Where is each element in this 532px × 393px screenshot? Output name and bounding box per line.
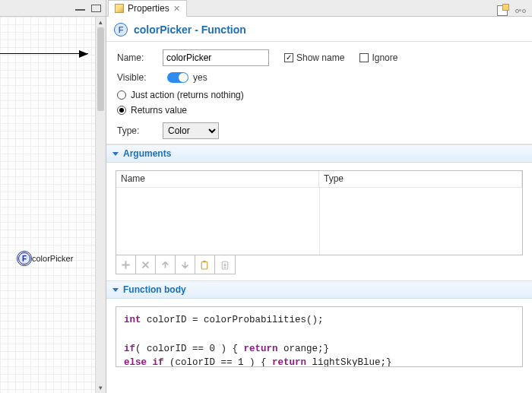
scroll-up-icon[interactable]: ▴ [96,17,106,27]
maximize-icon[interactable] [91,5,101,12]
returns-value-radio[interactable]: Returns value [117,103,521,118]
radio-label: Just action (returns nothing) [131,90,244,100]
checkbox-label: Show name [296,52,344,63]
function-icon: F [114,23,128,36]
type-select[interactable]: Color [163,122,219,139]
show-name-checkbox[interactable]: ✓ Show name [284,52,344,63]
function-node[interactable]: F colorPicker [18,252,73,265]
add-button[interactable] [116,255,136,274]
view-menu-icon[interactable] [515,5,526,16]
checkbox-label: Ignore [372,52,397,63]
editor-scrollbar[interactable]: ▴ ▾ [95,17,106,393]
checkbox-icon [359,53,369,62]
minimize-icon[interactable] [75,5,85,12]
scroll-thumb[interactable] [97,27,104,111]
connector-line [0,53,88,54]
svg-rect-1 [203,261,205,262]
arguments-toolbar [116,255,236,274]
checkbox-icon: ✓ [284,53,293,62]
visible-label: Visible: [117,72,163,83]
tab-properties[interactable]: Properties ✕ [108,0,187,17]
visible-toggle[interactable] [167,72,188,83]
name-input[interactable] [163,49,269,66]
remove-button[interactable] [136,255,156,274]
scroll-down-icon[interactable]: ▾ [96,382,106,393]
arguments-header[interactable]: Arguments [106,145,532,163]
function-body-section: Function body int colorID = colorProbabi… [106,280,532,367]
move-up-button[interactable] [156,255,176,274]
visible-value: yes [193,72,207,83]
arguments-table[interactable]: Name Type [116,170,523,255]
properties-icon [115,4,124,13]
col-name-header: Name [116,171,319,188]
function-icon: F [18,252,30,265]
arrow-icon [79,50,88,58]
ignore-checkbox[interactable]: Ignore [359,52,397,63]
close-icon[interactable]: ✕ [173,4,180,14]
general-form: Name: ✓ Show name Ignore Visible: yes Ju… [106,42,532,144]
editor-canvas[interactable]: F colorPicker [0,17,95,393]
just-action-radio[interactable]: Just action (returns nothing) [117,87,521,103]
move-down-button[interactable] [176,255,195,274]
twistie-icon [112,152,119,156]
type-label: Type: [117,125,163,136]
down-icon [180,260,190,270]
grid-background [0,17,95,393]
function-node-label: colorPicker [32,254,73,263]
radio-icon [117,90,126,100]
editor-toolbar [0,0,106,17]
col-type-header: Type [319,171,522,188]
code-editor[interactable]: int colorID = colorProbabilities(); if( … [116,306,523,367]
section-title: Arguments [123,148,171,159]
editor-panel: F colorPicker ▴ ▾ [0,0,106,393]
table-body[interactable] [116,188,522,255]
plus-icon [121,260,131,270]
svg-rect-2 [222,261,228,269]
svg-rect-0 [201,261,207,269]
twistie-icon [112,288,119,292]
x-icon [141,260,150,270]
paste-button[interactable] [215,255,235,274]
new-view-icon[interactable] [497,5,508,16]
radio-icon [117,106,126,115]
properties-panel: Properties ✕ F colorPicker - Function Na… [106,0,532,393]
tab-label: Properties [128,3,169,14]
name-label: Name: [117,52,163,63]
title-bar: F colorPicker - Function [106,17,532,42]
tab-bar: Properties ✕ [106,0,532,17]
page-title: colorPicker - Function [134,24,246,36]
view-toolbar [497,5,532,16]
radio-label: Returns value [131,105,187,116]
clipboard-icon [200,260,210,270]
section-title: Function body [123,284,186,295]
up-icon [160,260,170,270]
function-body-header[interactable]: Function body [106,281,532,299]
paste-icon [220,260,230,270]
copy-button[interactable] [195,255,215,274]
arguments-section: Arguments Name Type [106,144,532,280]
table-header: Name Type [116,171,522,188]
